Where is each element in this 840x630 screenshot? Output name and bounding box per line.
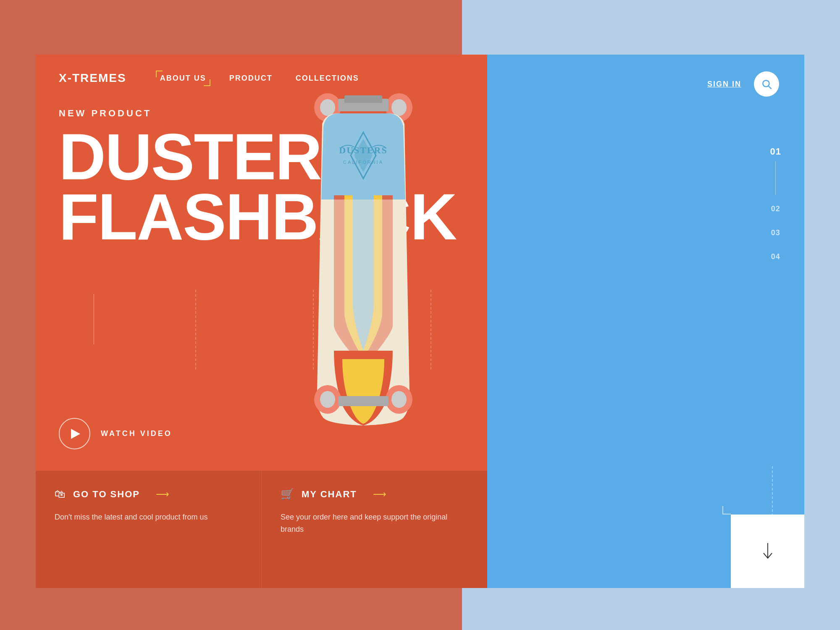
- corner-bracket: [722, 506, 731, 514]
- play-button[interactable]: [59, 418, 90, 449]
- shop-card-desc: Don't miss the latest and cool product f…: [55, 511, 242, 523]
- skateboard-svg: DUSTERS CALIFORNIA: [296, 65, 430, 443]
- chart-arrow-icon: ⟶: [373, 489, 386, 500]
- slide-line: [775, 161, 776, 195]
- cart-icon: 🛒: [281, 488, 294, 501]
- shop-arrow-icon: ⟶: [156, 489, 169, 500]
- svg-rect-19: [338, 396, 388, 406]
- my-chart-card[interactable]: 🛒 MY CHART ⟶ See your order here and kee…: [262, 470, 487, 588]
- sign-in-link[interactable]: SIGN IN: [707, 80, 741, 89]
- shop-card-title: GO TO SHOP: [73, 489, 140, 500]
- chart-card-header: 🛒 MY CHART ⟶: [281, 488, 468, 501]
- nav-product[interactable]: PRODUCT: [229, 74, 273, 83]
- logo[interactable]: X-TREMES: [59, 71, 126, 85]
- down-arrow-box[interactable]: [731, 514, 804, 588]
- chart-card-title: MY CHART: [302, 489, 357, 500]
- svg-point-17: [320, 391, 335, 408]
- right-nav: SIGN IN: [707, 71, 779, 97]
- svg-rect-9: [344, 95, 382, 103]
- svg-point-7: [391, 99, 407, 116]
- vertical-line: [94, 294, 94, 344]
- play-icon: [71, 429, 80, 439]
- dashed-line-3: [430, 290, 431, 370]
- slide-num-3[interactable]: 03: [771, 221, 780, 245]
- slide-num-2[interactable]: 02: [771, 197, 780, 221]
- slide-num-4[interactable]: 04: [771, 245, 780, 269]
- watch-label: WATCH VIDEO: [101, 429, 172, 438]
- nav-about[interactable]: ABOUT US: [160, 74, 206, 83]
- slide-numbers: 01 02 03 04: [770, 139, 781, 269]
- dashed-line-1: [195, 290, 196, 370]
- shop-icon: 🛍: [55, 488, 66, 501]
- svg-text:DUSTERS: DUSTERS: [339, 145, 387, 155]
- skateboard-container: DUSTERS CALIFORNIA: [296, 65, 430, 443]
- watch-video-button[interactable]: WATCH VIDEO: [59, 418, 172, 449]
- go-to-shop-card[interactable]: 🛍 GO TO SHOP ⟶ Don't miss the latest and…: [36, 470, 262, 588]
- search-button[interactable]: [754, 71, 779, 97]
- down-arrow-icon: [761, 543, 774, 560]
- svg-text:CALIFORNIA: CALIFORNIA: [343, 160, 383, 165]
- svg-point-18: [391, 391, 407, 408]
- search-icon: [761, 79, 772, 89]
- bottom-cards: 🛍 GO TO SHOP ⟶ Don't miss the latest and…: [36, 470, 487, 588]
- svg-point-6: [320, 99, 335, 116]
- chart-card-desc: See your order here and keep support the…: [281, 511, 468, 536]
- slide-num-1[interactable]: 01: [770, 139, 781, 159]
- right-section: SIGN IN 01 02 03 04: [487, 55, 804, 588]
- svg-line-1: [769, 86, 771, 89]
- arrow-down-svg: [761, 543, 774, 560]
- shop-card-header: 🛍 GO TO SHOP ⟶: [55, 488, 242, 501]
